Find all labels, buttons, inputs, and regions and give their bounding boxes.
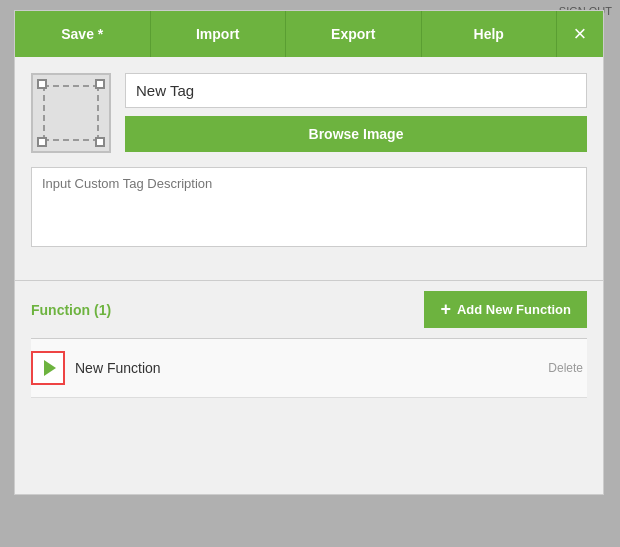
play-triangle-icon [44, 360, 56, 376]
corner-tr [95, 79, 105, 89]
corner-bl [37, 137, 47, 147]
function-item: New Function Delete [31, 339, 587, 398]
empty-area [31, 398, 587, 478]
function-name: New Function [75, 360, 538, 376]
function-header: Function (1) + Add New Function [31, 281, 587, 338]
function-list: New Function Delete [31, 339, 587, 398]
close-button[interactable]: × [557, 11, 603, 57]
import-button[interactable]: Import [151, 11, 287, 57]
inputs-column: Browse Image [125, 73, 587, 152]
main-panel: Save * Import Export Help × Browse Image [14, 10, 604, 495]
add-function-label: Add New Function [457, 302, 571, 317]
plus-icon: + [440, 299, 451, 320]
browse-image-button[interactable]: Browse Image [125, 116, 587, 152]
description-textarea[interactable] [31, 167, 587, 247]
delete-function-link[interactable]: Delete [548, 361, 587, 375]
toolbar: Save * Import Export Help × [15, 11, 603, 57]
export-button[interactable]: Export [286, 11, 422, 57]
tag-name-input[interactable] [125, 73, 587, 108]
help-button[interactable]: Help [422, 11, 558, 57]
image-inner [43, 85, 99, 141]
content-area: Browse Image [15, 57, 603, 280]
corner-tl [37, 79, 47, 89]
save-button[interactable]: Save * [15, 11, 151, 57]
function-section: Function (1) + Add New Function New Func… [15, 281, 603, 494]
function-label: Function (1) [31, 302, 111, 318]
top-row: Browse Image [31, 73, 587, 153]
function-play-button[interactable] [31, 351, 65, 385]
description-area [31, 167, 587, 250]
add-function-button[interactable]: + Add New Function [424, 291, 587, 328]
image-placeholder [31, 73, 111, 153]
corner-br [95, 137, 105, 147]
